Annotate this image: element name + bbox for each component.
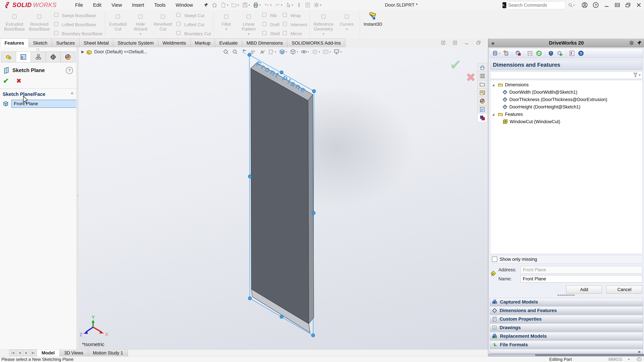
extruded-boss-button[interactable]: Extruded Boss/Base bbox=[2, 11, 26, 36]
menu-view[interactable]: View bbox=[106, 0, 127, 10]
revolved-cut-button[interactable]: Revolved Cut bbox=[152, 11, 174, 36]
data-group-button[interactable]: ▾ bbox=[492, 50, 500, 56]
shell-button[interactable]: Shell bbox=[260, 30, 280, 37]
zoom-fit-button[interactable] bbox=[222, 48, 230, 56]
accordion-drawings[interactable]: Drawings bbox=[490, 324, 643, 332]
graphics-viewport[interactable]: Front Plane ✔ ✖ Y X Z ▶ Door (Default) <… bbox=[79, 47, 488, 350]
tree-item[interactable]: DoorThickness (DoorThickness@DoorExtrusi… bbox=[490, 96, 642, 103]
taskpane-tab-appearances-sphere[interactable] bbox=[478, 97, 487, 105]
taskpane-tab-file-explorer[interactable] bbox=[478, 80, 487, 88]
accordion-custom-properties[interactable]: Custom Properties bbox=[490, 315, 643, 323]
view-orientation-button[interactable]: ▾ bbox=[278, 48, 288, 56]
rib-button[interactable]: Rib bbox=[260, 12, 280, 19]
units-arrow-icon[interactable]: ▴ bbox=[628, 357, 630, 361]
save-button[interactable]: ▾ bbox=[241, 1, 252, 9]
annotations-button[interactable]: A bbox=[258, 48, 266, 56]
confirm-ok-icon[interactable]: ✔ bbox=[450, 57, 462, 73]
tab-nav-prev[interactable]: ◀ bbox=[16, 350, 23, 356]
draft-button[interactable]: Draft bbox=[260, 21, 280, 28]
extruded-cut-button[interactable]: Extruded Cut bbox=[107, 11, 129, 36]
dock-right-icon[interactable] bbox=[452, 40, 458, 45]
ok-button[interactable]: ✔ bbox=[3, 77, 9, 85]
options-gear-button[interactable]: ▾ bbox=[312, 1, 323, 9]
restore-icon[interactable] bbox=[625, 2, 631, 8]
revolved-boss-button[interactable]: Revolved Boss/Base bbox=[27, 11, 51, 36]
taskpane-tab-home[interactable] bbox=[478, 63, 487, 72]
security-button[interactable] bbox=[548, 50, 554, 56]
tab-weldments[interactable]: Weldments bbox=[158, 38, 190, 47]
options-gear-dropdown-arrow[interactable]: ▾ bbox=[320, 3, 322, 7]
home-button[interactable] bbox=[210, 1, 219, 9]
open-folder-button[interactable]: ▾ bbox=[230, 1, 240, 9]
menu-window[interactable]: Window bbox=[170, 0, 198, 10]
tab-structure-system[interactable]: Structure System bbox=[113, 38, 158, 47]
pm-tab-display-manager[interactable] bbox=[60, 52, 76, 62]
pm-tab-dimxpert-manager[interactable] bbox=[46, 52, 61, 62]
tree-expander-icon[interactable]: ◢ bbox=[492, 83, 496, 86]
tab-surfaces[interactable]: Surfaces bbox=[52, 38, 79, 47]
tab-sheet-metal[interactable]: Sheet Metal bbox=[79, 38, 113, 47]
search-box[interactable]: >_ ▾ bbox=[500, 1, 566, 9]
section-view-button[interactable] bbox=[249, 48, 257, 56]
appearances-button[interactable]: ▾ bbox=[311, 48, 320, 56]
lofted-boss-button[interactable]: Lofted Boss/Base bbox=[52, 21, 103, 28]
tab-nav-last[interactable]: ▶| bbox=[30, 350, 37, 356]
search-input[interactable] bbox=[508, 2, 568, 8]
taskpane-tab-custom-properties[interactable] bbox=[478, 105, 487, 114]
previous-view-button[interactable] bbox=[240, 48, 248, 56]
undo-button[interactable]: ▾ bbox=[262, 1, 273, 9]
help-icon[interactable]: ? bbox=[66, 67, 73, 74]
tab-nav-first[interactable]: |◀ bbox=[9, 350, 16, 356]
taskpane-tab-view-palette[interactable] bbox=[478, 88, 487, 97]
span-displays-icon[interactable] bbox=[614, 2, 620, 8]
tab-mbd-dimensions[interactable]: MBD Dimensions bbox=[242, 38, 287, 47]
redo-dropdown-arrow[interactable]: ▾ bbox=[281, 3, 282, 7]
select-cursor-dropdown-arrow[interactable]: ▾ bbox=[292, 3, 293, 7]
tree-item[interactable]: WindowCut (WindowCut) bbox=[490, 118, 642, 125]
hole-wizard-button[interactable]: Hole Wizard▾ bbox=[130, 11, 151, 36]
address-field[interactable] bbox=[520, 266, 642, 274]
name-field[interactable] bbox=[520, 275, 642, 283]
tree-expander-icon[interactable]: ◢ bbox=[492, 113, 496, 116]
accordion-replacement-models[interactable]: Replacement Models bbox=[490, 332, 643, 340]
tag-icon[interactable] bbox=[636, 357, 642, 362]
doc-tab-motion-study-1[interactable]: Motion Study 1 bbox=[88, 350, 128, 357]
panel-gear-icon[interactable] bbox=[629, 40, 634, 45]
panel-splitter[interactable] bbox=[76, 47, 79, 350]
boundary-boss-button[interactable]: Boundary Boss/Base bbox=[52, 30, 103, 37]
add-group-button[interactable] bbox=[503, 50, 509, 56]
open-folder-dropdown-arrow[interactable]: ▾ bbox=[238, 3, 239, 7]
accordion-captured-models[interactable]: Captured Models bbox=[490, 298, 643, 306]
confirm-cancel-icon[interactable]: ✖ bbox=[466, 71, 476, 84]
tab-markup[interactable]: Markup bbox=[190, 38, 215, 47]
magnet-button[interactable] bbox=[295, 1, 303, 9]
tree-item[interactable]: DoorWidth (DoorWidth@Sketch1) bbox=[490, 88, 642, 96]
menu-tools[interactable]: Tools bbox=[149, 0, 171, 10]
wrap-button[interactable]: Wrap bbox=[281, 12, 307, 19]
door-front-face[interactable] bbox=[251, 68, 309, 324]
pin-panel-icon[interactable] bbox=[637, 40, 642, 45]
view-settings-button[interactable]: ▾ bbox=[333, 48, 342, 56]
panel-grip[interactable] bbox=[36, 48, 39, 51]
cancel-button[interactable]: ✖ bbox=[16, 77, 21, 84]
tree-node-dimensions[interactable]: ◢Dimensions bbox=[490, 81, 642, 88]
accordion-file-formats[interactable]: File Formats bbox=[490, 341, 643, 349]
minimize-doc-icon[interactable] bbox=[464, 40, 469, 45]
lofted-cut-button[interactable]: Lofted Cut bbox=[175, 21, 211, 28]
search-dropdown-arrow[interactable]: ▾ bbox=[574, 4, 575, 7]
menu-insert[interactable]: Insert bbox=[127, 0, 149, 10]
mirror-button[interactable]: Mirror bbox=[281, 30, 307, 37]
help-icon[interactable]: ? bbox=[593, 2, 599, 8]
boundary-cut-button[interactable]: Boundary Cut bbox=[175, 30, 211, 37]
panel-splitter-dots[interactable]: ••••••••• bbox=[488, 294, 644, 297]
minimize-icon[interactable] bbox=[604, 2, 610, 8]
linear-pattern-button[interactable]: Linear Pattern▾ bbox=[238, 11, 260, 36]
dw-help-button[interactable]: ? bbox=[578, 50, 584, 56]
add-button[interactable]: Add bbox=[566, 286, 602, 294]
menu-edit[interactable]: Edit bbox=[88, 0, 106, 10]
reference-geometry-button[interactable]: Reference Geometry▾ bbox=[312, 11, 335, 36]
accordion-dimensions-and-features[interactable]: Dimensions and Features bbox=[490, 307, 643, 315]
undo-dropdown-arrow[interactable]: ▾ bbox=[270, 3, 272, 7]
save-capture-button[interactable] bbox=[527, 50, 533, 56]
funnel-icon[interactable] bbox=[633, 72, 638, 78]
